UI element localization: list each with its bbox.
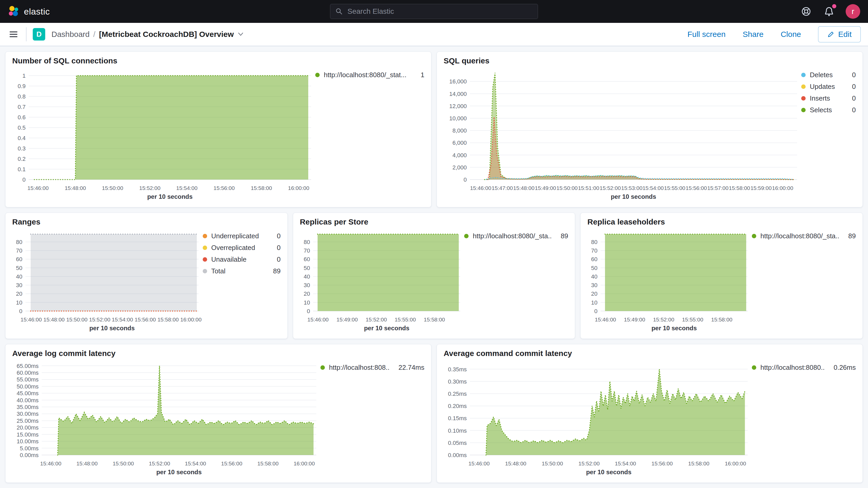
share-button[interactable]: Share <box>743 30 764 39</box>
user-avatar[interactable]: r <box>846 4 860 19</box>
legend-label: Updates <box>810 83 835 91</box>
help-icon[interactable] <box>800 5 812 18</box>
panel-replica-leaseholders: Replica leaseholders 8070605040302010015… <box>580 213 863 339</box>
legend-item[interactable]: Inserts0 <box>801 94 856 102</box>
notification-badge <box>832 4 836 8</box>
svg-text:30.00ms: 30.00ms <box>17 410 38 417</box>
log-commit-latency-chart[interactable]: 65.00ms60.00ms55.00ms50.00ms45.00ms40.00… <box>12 359 320 478</box>
svg-text:45.00ms: 45.00ms <box>17 390 38 397</box>
legend-item[interactable]: http://localhost:8080/_sta...89 <box>752 232 856 240</box>
svg-text:0.2: 0.2 <box>18 156 26 162</box>
chart-legend: http://localhost:8080/_stat...1 <box>315 66 424 203</box>
svg-text:15:56:00: 15:56:00 <box>686 185 707 191</box>
legend-label: http://localhost:808... <box>329 364 389 372</box>
legend-label: Unavailable <box>211 255 247 264</box>
svg-text:2,000: 2,000 <box>453 164 467 171</box>
clone-button[interactable]: Clone <box>781 30 801 39</box>
svg-text:15:48:00: 15:48:00 <box>513 185 534 191</box>
svg-text:0.00ms: 0.00ms <box>448 452 467 458</box>
svg-text:20: 20 <box>16 291 22 297</box>
elastic-logo[interactable]: elastic <box>8 6 50 17</box>
legend-item[interactable]: http://localhost:8080/_stat...1 <box>315 71 424 79</box>
legend-label: Overreplicated <box>211 244 255 252</box>
svg-text:40: 40 <box>16 273 22 280</box>
svg-text:15:47:00: 15:47:00 <box>492 185 513 191</box>
legend-value: 0 <box>847 106 856 114</box>
svg-text:60.00ms: 60.00ms <box>17 369 38 376</box>
chevron-down-icon[interactable] <box>238 32 244 36</box>
svg-text:15:54:00: 15:54:00 <box>615 460 636 466</box>
svg-text:8,000: 8,000 <box>453 127 467 134</box>
page-title: [Metricbeat CockroachDB] Overview <box>99 30 234 39</box>
sql-queries-chart[interactable]: 16,00014,00012,00010,0008,0006,0004,0002… <box>444 66 801 203</box>
menu-icon[interactable] <box>7 28 20 40</box>
legend-label: http://localhost:8080/_sta... <box>473 232 551 240</box>
svg-text:0.6: 0.6 <box>18 114 26 121</box>
svg-text:5.00ms: 5.00ms <box>20 445 38 452</box>
replica-leaseholders-chart[interactable]: 8070605040302010015:46:0015:49:0015:52:0… <box>587 227 752 334</box>
svg-text:80: 80 <box>16 239 22 245</box>
replicas-per-store-chart[interactable]: 8070605040302010015:46:0015:49:0015:52:0… <box>300 227 464 334</box>
legend-item[interactable]: Underreplicated0 <box>203 232 281 240</box>
svg-text:15:46:00: 15:46:00 <box>27 185 49 191</box>
svg-text:10,000: 10,000 <box>450 115 467 122</box>
svg-text:16:00:00: 16:00:00 <box>294 460 315 466</box>
legend-label: Selects <box>810 106 832 114</box>
space-badge[interactable]: D <box>33 28 45 40</box>
legend-label: Total <box>211 267 225 275</box>
breadcrumb-dashboard-link[interactable]: Dashboard <box>52 30 90 39</box>
chart-legend: http://localhost:808...22.74ms <box>320 359 424 478</box>
svg-text:0.4: 0.4 <box>18 135 26 141</box>
legend-value: 89 <box>555 232 568 240</box>
legend-item[interactable]: http://localhost:808...22.74ms <box>320 364 424 372</box>
svg-text:10: 10 <box>591 299 597 306</box>
svg-text:15:55:00: 15:55:00 <box>395 316 416 323</box>
legend-item[interactable]: Overreplicated0 <box>203 244 281 252</box>
panel-title: Ranges <box>12 217 281 226</box>
svg-text:25.00ms: 25.00ms <box>17 418 38 424</box>
global-search[interactable] <box>330 4 538 19</box>
svg-text:80: 80 <box>591 239 597 245</box>
legend-series-dot <box>203 246 207 250</box>
svg-text:55.00ms: 55.00ms <box>17 376 38 383</box>
legend-item[interactable]: Selects0 <box>801 106 856 114</box>
svg-text:65.00ms: 65.00ms <box>17 363 38 369</box>
dashboard-grid: Number of SQL connections 10.90.80.70.60… <box>0 46 868 488</box>
svg-text:0.35ms: 0.35ms <box>448 366 467 373</box>
svg-text:0: 0 <box>594 308 597 314</box>
legend-value: 0 <box>847 83 856 91</box>
legend-item[interactable]: Unavailable0 <box>203 255 281 264</box>
svg-text:15:46:00: 15:46:00 <box>307 316 329 323</box>
svg-text:15:50:00: 15:50:00 <box>113 460 134 466</box>
legend-value: 0 <box>847 71 856 79</box>
legend-item[interactable]: Updates0 <box>801 83 856 91</box>
full-screen-button[interactable]: Full screen <box>687 30 725 39</box>
search-input[interactable] <box>347 7 532 16</box>
legend-value: 0 <box>847 94 856 102</box>
legend-item[interactable]: http://localhost:8080...0.26ms <box>752 364 856 372</box>
svg-text:10: 10 <box>16 299 22 306</box>
chart-legend: http://localhost:8080/_sta...89 <box>752 227 856 334</box>
svg-text:15:49:00: 15:49:00 <box>624 316 645 323</box>
panel-title: SQL queries <box>444 56 856 65</box>
command-commit-latency-chart[interactable]: 0.35ms0.30ms0.25ms0.20ms0.15ms0.10ms0.05… <box>444 359 752 478</box>
svg-text:0: 0 <box>22 177 26 183</box>
svg-text:per 10 seconds: per 10 seconds <box>147 193 193 200</box>
toolbar-divider <box>26 27 27 41</box>
notifications-icon[interactable] <box>823 5 835 18</box>
sql-connections-chart[interactable]: 10.90.80.70.60.50.40.30.20.1015:46:0015:… <box>12 66 315 203</box>
edit-button[interactable]: Edit <box>818 26 861 42</box>
svg-text:50: 50 <box>16 265 22 271</box>
ranges-chart[interactable]: 8070605040302010015:46:0015:48:0015:50:0… <box>12 227 203 334</box>
legend-value: 22.74ms <box>393 364 424 372</box>
svg-text:15:55:00: 15:55:00 <box>682 316 704 323</box>
legend-item[interactable]: Deletes0 <box>801 71 856 79</box>
svg-text:15:52:00: 15:52:00 <box>599 185 621 191</box>
svg-text:15:46:00: 15:46:00 <box>468 460 490 466</box>
legend-item[interactable]: Total89 <box>203 267 281 275</box>
svg-text:15:58:00: 15:58:00 <box>257 460 279 466</box>
svg-text:40: 40 <box>591 273 597 280</box>
legend-value: 89 <box>843 232 856 240</box>
svg-text:30: 30 <box>591 282 597 288</box>
legend-item[interactable]: http://localhost:8080/_sta...89 <box>464 232 568 240</box>
